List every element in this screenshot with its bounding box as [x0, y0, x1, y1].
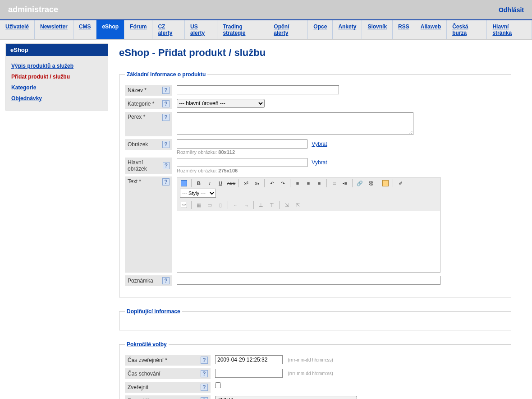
help-icon[interactable]: ? [163, 162, 170, 169]
input-note[interactable] [177, 276, 440, 285]
help-icon[interactable]: ? [201, 357, 208, 364]
sidebar-item-objednavky[interactable]: Objednávky [11, 95, 42, 102]
sidebar-item-vypis[interactable]: Výpis produktů a služeb [11, 63, 73, 69]
header-bar: administrace Odhlásit [0, 0, 532, 20]
fieldset-advanced: Pokročilé volby Čas zveřejnění * ? (rrrr… [119, 341, 511, 399]
date-format-hint: (rrrr-mm-dd hh:mm:ss) [288, 357, 333, 362]
label-name: Název * ? [125, 85, 172, 96]
hint-image: Rozměry obrázku: 80x112 [177, 149, 505, 155]
select-category[interactable]: --- hlavní úroveň --- [177, 99, 265, 108]
help-icon[interactable]: ? [201, 384, 208, 391]
nav-slovnik[interactable]: Slovník [362, 20, 393, 39]
editor-style-select[interactable]: --- Styly --- [180, 189, 216, 198]
align-right-icon[interactable]: ≡ [314, 179, 324, 188]
merge-icon[interactable]: ⇲ [282, 200, 292, 209]
label-publish-time: Čas zveřejnění * ? [125, 355, 211, 366]
logout-link[interactable]: Odhlásit [499, 6, 524, 14]
help-icon[interactable]: ? [162, 277, 170, 284]
nav-opce[interactable]: Opce [308, 20, 333, 39]
nav-trading[interactable]: Trading strategie [217, 20, 268, 39]
align-left-icon[interactable]: ≡ [293, 179, 303, 188]
label-text: Text * ? [125, 176, 172, 273]
underline-icon[interactable]: U [216, 179, 225, 188]
label-form: Formulář ? [125, 395, 211, 399]
nav-cz-alerty[interactable]: CZ alerty [152, 20, 185, 39]
legend-basic[interactable]: Základní informace o produktu [125, 71, 207, 78]
nav-rss[interactable]: RSS [393, 20, 415, 39]
nav-newsletter[interactable]: Newsletter [35, 20, 73, 39]
unordered-list-icon[interactable]: •≡ [340, 179, 350, 188]
sidebar: eShop Výpis produktů a služeb Přidat pro… [0, 40, 112, 399]
help-icon[interactable]: ? [201, 397, 208, 399]
delete-col-icon[interactable]: ⊤ [267, 200, 277, 209]
app-title: administrace [8, 5, 58, 14]
editor-toolbar: B I U ABC x² x₂ ↶ ↷ ≡ ≡ [177, 177, 440, 211]
table-row-icon[interactable]: ▭ [205, 200, 215, 209]
label-category: Kategorie * ? [125, 98, 172, 109]
table-icon[interactable]: ▦ [194, 200, 204, 209]
input-publish-time[interactable] [215, 355, 283, 364]
input-mainimage[interactable] [177, 158, 307, 167]
link-select-mainimage[interactable]: Vybrat [312, 159, 327, 166]
label-image: Obrázek ? [125, 139, 172, 150]
help-icon[interactable]: ? [201, 370, 208, 377]
label-mainimage: Hlavní obrázek ? [125, 158, 172, 174]
redo-icon[interactable]: ↷ [278, 179, 288, 188]
align-center-icon[interactable]: ≡ [303, 179, 313, 188]
help-icon[interactable]: ? [162, 141, 170, 148]
top-nav: Uživatelé Newsletter CMS eShop Fórum CZ … [0, 20, 532, 40]
strike-icon[interactable]: ABC [226, 179, 236, 188]
help-icon[interactable]: ? [162, 87, 170, 94]
source-icon[interactable] [179, 200, 189, 209]
table-col-icon[interactable]: ▯ [216, 200, 225, 209]
textarea-perex[interactable] [177, 112, 413, 135]
legend-advanced[interactable]: Pokročilé volby [125, 341, 169, 348]
legend-extra[interactable]: Doplňující informace [125, 308, 182, 315]
unlink-icon[interactable]: ⛓ [366, 179, 376, 188]
nav-hlavni-stranka[interactable]: Hlavní stránka [487, 20, 532, 39]
link-icon[interactable]: 🔗 [355, 179, 365, 188]
nav-aliaweb[interactable]: Aliaweb [415, 20, 447, 39]
help-icon[interactable]: ? [162, 178, 170, 186]
delete-row-icon[interactable]: ¬ [241, 200, 251, 209]
bold-icon[interactable]: B [194, 179, 204, 188]
label-perex: Perex * ? [125, 112, 172, 136]
paste-icon[interactable] [179, 179, 189, 188]
fieldset-basic: Základní informace o produktu Název * ? … [119, 71, 511, 297]
input-image[interactable] [177, 139, 307, 148]
help-icon[interactable]: ? [162, 100, 170, 107]
italic-icon[interactable]: I [205, 179, 215, 188]
checkbox-publish[interactable] [215, 382, 221, 388]
split-icon[interactable]: ⇱ [293, 200, 303, 209]
sidebar-item-pridat[interactable]: Přidat produkt / službu [11, 74, 70, 80]
page-title: eShop - Přidat produkt / službu [119, 47, 511, 59]
main-content: eShop - Přidat produkt / službu Základní… [112, 40, 522, 399]
nav-uzivatele[interactable]: Uživatelé [0, 20, 35, 39]
nav-eshop[interactable]: eShop [96, 20, 124, 39]
link-select-image[interactable]: Vybrat [312, 141, 327, 147]
ordered-list-icon[interactable]: ≣ [329, 179, 339, 188]
insert-col-icon[interactable]: ⊥ [256, 200, 266, 209]
editor-body[interactable] [177, 211, 440, 273]
nav-ceska-burza[interactable]: Česká burza [447, 20, 487, 39]
help-icon[interactable]: ? [162, 114, 170, 121]
insert-row-icon[interactable]: ⌐ [230, 200, 240, 209]
image-icon[interactable] [381, 179, 390, 188]
superscript-icon[interactable]: x² [241, 179, 251, 188]
input-hide-time[interactable] [215, 369, 283, 378]
input-name[interactable] [177, 85, 339, 94]
fieldset-extra: Doplňující informace [119, 308, 511, 330]
nav-cms[interactable]: CMS [73, 20, 97, 39]
nav-ankety[interactable]: Ankety [333, 20, 362, 39]
hint-mainimage: Rozměry obrázku: 275x106 [177, 168, 505, 173]
undo-icon[interactable]: ↶ [267, 179, 277, 188]
select-form[interactable]: KNIHA [215, 396, 357, 399]
nav-forum[interactable]: Fórum [124, 20, 152, 39]
sidebar-item-kategorie[interactable]: Kategorie [11, 84, 36, 91]
richtext-editor: B I U ABC x² x₂ ↶ ↷ ≡ ≡ [177, 177, 440, 273]
nav-opcni-alerty[interactable]: Opční alerty [268, 20, 308, 39]
date-format-hint: (rrrr-mm-dd hh:mm:ss) [288, 371, 333, 376]
clean-icon[interactable]: ✐ [395, 179, 405, 188]
nav-us-alerty[interactable]: US alerty [185, 20, 217, 39]
subscript-icon[interactable]: x₂ [252, 179, 262, 188]
